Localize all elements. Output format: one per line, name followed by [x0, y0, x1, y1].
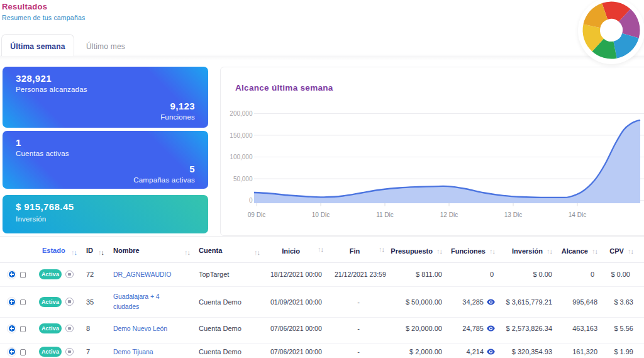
svg-text:09 Dic: 09 Dic — [248, 211, 265, 218]
svg-text:11 Dic: 11 Dic — [376, 211, 394, 218]
svg-text:12 Dic: 12 Dic — [440, 211, 458, 218]
svg-text:100,000: 100,000 — [230, 154, 253, 160]
svg-text:50,000: 50,000 — [233, 176, 253, 182]
svg-text:150,000: 150,000 — [230, 132, 253, 139]
svg-text:200,000: 200,000 — [230, 110, 253, 117]
svg-text:10 Dic: 10 Dic — [312, 211, 330, 218]
svg-text:13 Dic: 13 Dic — [504, 211, 522, 218]
svg-text:14 Dic: 14 Dic — [569, 211, 586, 218]
svg-text:0: 0 — [249, 197, 253, 204]
